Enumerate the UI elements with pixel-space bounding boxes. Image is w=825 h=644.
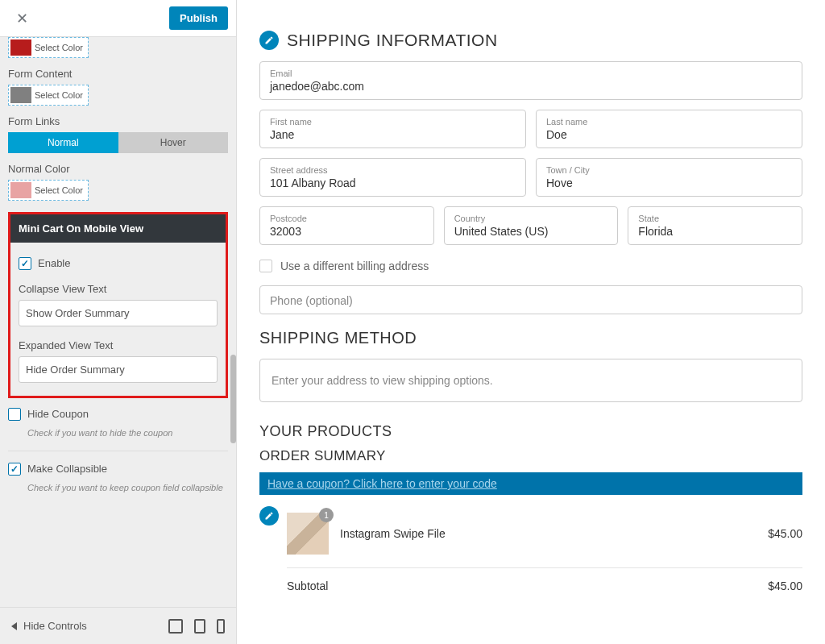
product-name: Instagram Swipe File — [340, 527, 757, 540]
street-label: Street address — [270, 165, 516, 175]
last-name-field[interactable]: Last name Doe — [536, 110, 802, 148]
country-value: United States (US) — [454, 225, 608, 238]
hide-coupon-label: Hide Coupon — [27, 408, 89, 420]
shipping-info-title: SHIPPING INFORMATION — [287, 31, 498, 50]
color-picker-pink[interactable]: Select Color — [8, 180, 89, 201]
state-label: State — [638, 214, 792, 223]
select-color-label: Select Color — [35, 43, 83, 52]
edit-icon[interactable] — [259, 31, 279, 50]
last-name-value: Doe — [546, 128, 792, 141]
normal-color-label: Normal Color — [8, 163, 228, 175]
order-summary-title: ORDER SUMMARY — [259, 448, 802, 464]
hide-controls-button[interactable]: Hide Controls — [11, 620, 87, 632]
select-color-label: Select Color — [35, 185, 83, 195]
country-label: Country — [454, 214, 608, 223]
preview-panel: SHIPPING INFORMATION Email janedoe@abc.c… — [237, 0, 825, 644]
phone-field[interactable]: Phone (optional) — [259, 285, 802, 314]
email-label: Email — [270, 69, 792, 78]
scrollbar-thumb[interactable] — [230, 355, 236, 443]
sidebar-header: ✕ Publish — [0, 0, 236, 37]
your-products-title: YOUR PRODUCTS — [259, 423, 802, 440]
expanded-view-label: Expanded View Text — [19, 339, 218, 351]
subtotal-value: $45.00 — [768, 580, 802, 592]
hide-coupon-desc: Check if you want to hide the coupon — [27, 427, 228, 439]
color-picker-red[interactable]: Select Color — [8, 37, 89, 58]
postcode-label: Postcode — [270, 214, 424, 223]
first-name-field[interactable]: First name Jane — [259, 110, 526, 148]
first-name-value: Jane — [270, 128, 516, 141]
color-swatch-red — [10, 39, 31, 56]
diff-billing-checkbox[interactable] — [259, 260, 272, 272]
collapse-view-input[interactable] — [19, 300, 218, 326]
qty-badge: 1 — [319, 508, 334, 522]
phone-placeholder: Phone (optional) — [270, 294, 792, 307]
sidebar-footer: Hide Controls — [0, 607, 236, 644]
state-field[interactable]: State Florida — [628, 206, 802, 245]
minicart-section-header[interactable]: Mini Cart On Mobile View — [10, 214, 226, 243]
first-name-label: First name — [270, 117, 516, 127]
make-collapsible-checkbox[interactable] — [8, 463, 21, 476]
street-field[interactable]: Street address 101 Albany Road — [259, 158, 526, 197]
last-name-label: Last name — [546, 117, 792, 127]
hide-coupon-checkbox[interactable] — [8, 408, 21, 421]
coupon-link[interactable]: Have a coupon? Click here to enter your … — [259, 472, 802, 495]
tab-hover[interactable]: Hover — [118, 132, 229, 153]
tab-normal[interactable]: Normal — [8, 132, 118, 153]
hide-controls-label: Hide Controls — [23, 620, 87, 632]
enable-checkbox-row[interactable]: Enable — [19, 257, 218, 270]
make-collapsible-label: Make Collapsible — [27, 463, 107, 475]
make-collapsible-desc: Check if you want to keep coupon field c… — [27, 482, 228, 494]
chevron-left-icon — [11, 622, 17, 630]
diff-billing-label: Use a different billing address — [280, 260, 429, 272]
country-field[interactable]: Country United States (US) — [444, 206, 619, 245]
form-links-label: Form Links — [8, 115, 228, 127]
street-value: 101 Albany Road — [270, 177, 516, 189]
color-swatch-pink — [10, 182, 31, 198]
email-field[interactable]: Email janedoe@abc.com — [259, 61, 802, 100]
email-value: janedoe@abc.com — [270, 80, 792, 93]
close-icon[interactable]: ✕ — [8, 6, 36, 31]
product-row: 1 Instagram Swipe File $45.00 — [287, 506, 802, 568]
subtotal-label: Subtotal — [287, 580, 328, 592]
subtotal-row: Subtotal $45.00 — [287, 568, 802, 592]
select-color-label: Select Color — [35, 90, 83, 100]
town-value: Hove — [546, 177, 792, 189]
desktop-icon[interactable] — [168, 619, 183, 634]
edit-icon[interactable] — [259, 506, 279, 526]
product-price: $45.00 — [768, 527, 802, 540]
postcode-field[interactable]: Postcode 32003 — [259, 206, 434, 245]
enable-label: Enable — [38, 257, 70, 269]
color-picker-gray[interactable]: Select Color — [8, 85, 89, 106]
form-links-tabs: Normal Hover — [8, 132, 228, 153]
collapse-view-label: Collapse View Text — [19, 283, 218, 295]
divider — [8, 451, 228, 451]
diff-billing-row[interactable]: Use a different billing address — [259, 260, 802, 272]
product-thumbnail: 1 — [287, 513, 329, 555]
postcode-value: 32003 — [270, 225, 424, 238]
shipping-method-msg: Enter your address to view shipping opti… — [259, 359, 802, 402]
form-content-label: Form Content — [8, 68, 228, 80]
minicart-section-highlight: Mini Cart On Mobile View Enable Collapse… — [8, 212, 228, 398]
mobile-icon[interactable] — [217, 619, 225, 634]
hide-coupon-row[interactable]: Hide Coupon — [8, 408, 228, 421]
shipping-method-title: SHIPPING METHOD — [259, 329, 802, 347]
sidebar-body[interactable]: Select Color Form Content Select Color F… — [0, 37, 236, 607]
device-toggles — [168, 619, 225, 634]
color-swatch-gray — [10, 87, 31, 103]
tablet-icon[interactable] — [194, 619, 205, 634]
expanded-view-input[interactable] — [19, 356, 218, 383]
town-field[interactable]: Town / City Hove — [536, 158, 802, 197]
shipping-info-header: SHIPPING INFORMATION — [259, 31, 802, 50]
enable-checkbox[interactable] — [19, 257, 31, 270]
publish-button[interactable]: Publish — [169, 6, 228, 30]
state-value: Florida — [638, 225, 792, 238]
make-collapsible-row[interactable]: Make Collapsible — [8, 463, 228, 476]
town-label: Town / City — [546, 165, 792, 175]
customizer-sidebar: ✕ Publish Select Color Form Content Sele… — [0, 0, 237, 644]
